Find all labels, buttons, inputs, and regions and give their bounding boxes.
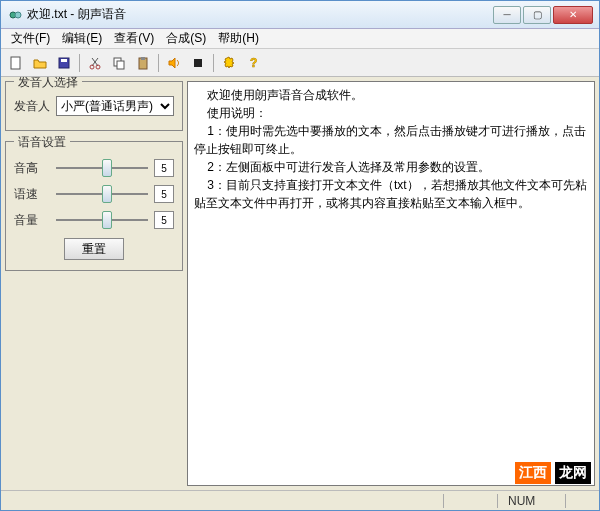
speak-icon[interactable] — [163, 52, 185, 74]
menu-bar: 文件(F) 编辑(E) 查看(V) 合成(S) 帮助(H) — [1, 29, 599, 49]
status-num: NUM — [497, 494, 545, 508]
window-title: 欢迎.txt - 朗声语音 — [27, 6, 493, 23]
toolbar-separator — [79, 54, 80, 72]
voice-settings-group: 语音设置 音高 5 语速 5 音量 — [5, 141, 183, 271]
text-editor[interactable]: 欢迎使用朗声语音合成软件。 使用说明： 1：使用时需先选中要播放的文本，然后点击… — [187, 81, 595, 486]
status-empty — [443, 494, 477, 508]
voice-select-group: 发音人选择 发音人 小严(普通话男声) — [5, 81, 183, 131]
open-folder-icon[interactable] — [29, 52, 51, 74]
menu-help[interactable]: 帮助(H) — [212, 28, 265, 49]
svg-point-1 — [15, 12, 21, 18]
status-bar: NUM — [1, 490, 599, 510]
save-icon[interactable] — [53, 52, 75, 74]
svg-rect-4 — [61, 59, 67, 62]
app-window: 欢迎.txt - 朗声语音 ─ ▢ ✕ 文件(F) 编辑(E) 查看(V) 合成… — [0, 0, 600, 511]
menu-file[interactable]: 文件(F) — [5, 28, 56, 49]
toolbar-separator — [158, 54, 159, 72]
paste-icon[interactable] — [132, 52, 154, 74]
app-icon — [7, 7, 23, 23]
svg-rect-8 — [117, 61, 124, 69]
menu-edit[interactable]: 编辑(E) — [56, 28, 108, 49]
menu-view[interactable]: 查看(V) — [108, 28, 160, 49]
svg-rect-2 — [11, 57, 20, 69]
content-area: 发音人选择 发音人 小严(普通话男声) 语音设置 音高 5 — [1, 77, 599, 490]
pitch-label: 音高 — [14, 160, 50, 177]
reset-button[interactable]: 重置 — [64, 238, 124, 260]
pitch-value: 5 — [154, 159, 174, 177]
maximize-button[interactable]: ▢ — [523, 6, 551, 24]
voice-group-title: 发音人选择 — [14, 77, 82, 91]
svg-text:?: ? — [250, 56, 257, 70]
status-empty2 — [565, 494, 593, 508]
stop-icon[interactable] — [187, 52, 209, 74]
settings-icon[interactable] — [218, 52, 240, 74]
window-controls: ─ ▢ ✕ — [493, 6, 593, 24]
new-file-icon[interactable] — [5, 52, 27, 74]
title-bar: 欢迎.txt - 朗声语音 ─ ▢ ✕ — [1, 1, 599, 29]
toolbar: ? — [1, 49, 599, 77]
help-icon[interactable]: ? — [242, 52, 264, 74]
svg-rect-10 — [141, 57, 145, 60]
left-panel: 发音人选择 发音人 小严(普通话男声) 语音设置 音高 5 — [5, 81, 183, 486]
speed-label: 语速 — [14, 186, 50, 203]
copy-icon[interactable] — [108, 52, 130, 74]
speed-slider[interactable] — [56, 184, 148, 204]
volume-label: 音量 — [14, 212, 50, 229]
voice-label: 发音人 — [14, 98, 50, 115]
menu-synth[interactable]: 合成(S) — [160, 28, 212, 49]
speed-value: 5 — [154, 185, 174, 203]
volume-slider[interactable] — [56, 210, 148, 230]
close-button[interactable]: ✕ — [553, 6, 593, 24]
toolbar-separator — [213, 54, 214, 72]
pitch-slider[interactable] — [56, 158, 148, 178]
cut-icon[interactable] — [84, 52, 106, 74]
voice-select[interactable]: 小严(普通话男声) — [56, 96, 174, 116]
svg-rect-11 — [194, 59, 202, 67]
minimize-button[interactable]: ─ — [493, 6, 521, 24]
settings-group-title: 语音设置 — [14, 134, 70, 151]
volume-value: 5 — [154, 211, 174, 229]
